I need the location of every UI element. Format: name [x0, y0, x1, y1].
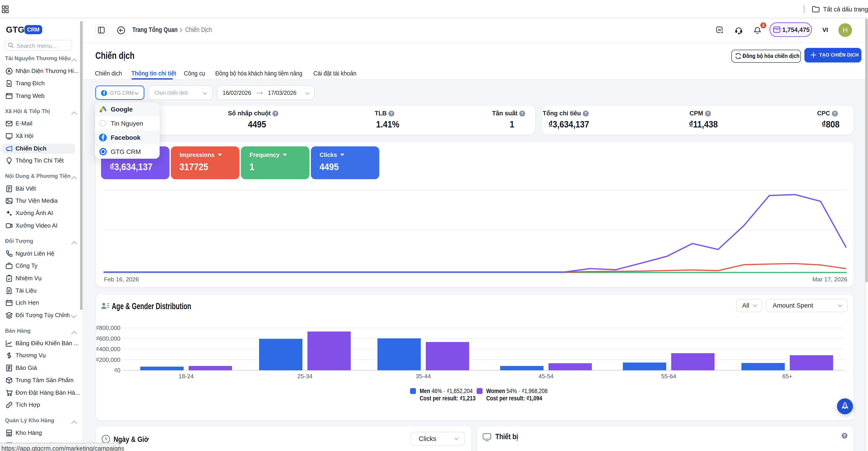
svg-text:35-44: 35-44 — [416, 373, 431, 380]
svg-text:55-64: 55-64 — [661, 373, 676, 380]
svg-text:₫600,000: ₫600,000 — [96, 335, 120, 342]
svg-text:45-54: 45-54 — [538, 373, 554, 380]
svg-text:65+: 65+ — [782, 373, 792, 380]
svg-text:18-24: 18-24 — [179, 373, 194, 380]
svg-text:₫0: ₫0 — [114, 367, 120, 374]
svg-text:AI: AI — [718, 28, 721, 32]
svg-text:₫800,000: ₫800,000 — [96, 324, 120, 331]
svg-text:₫200,000: ₫200,000 — [96, 356, 120, 363]
svg-text:₫400,000: ₫400,000 — [96, 346, 120, 353]
svg-text:25-34: 25-34 — [298, 373, 313, 380]
